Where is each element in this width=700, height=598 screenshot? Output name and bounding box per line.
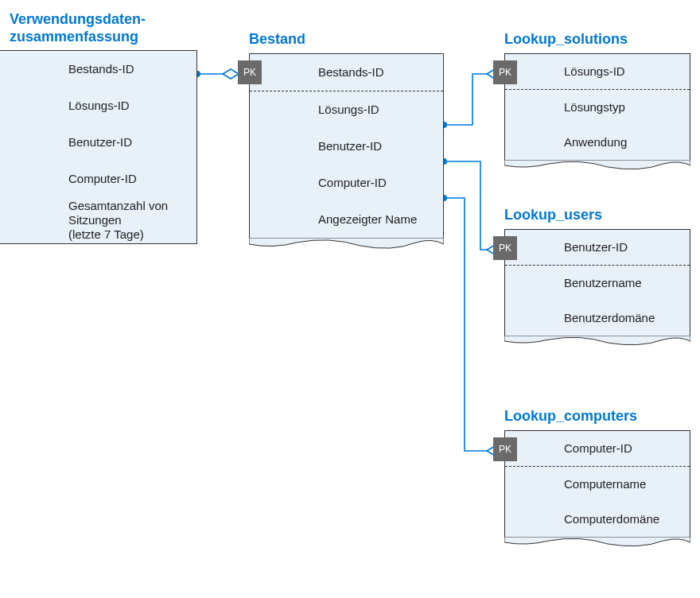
pk-badge: PK xyxy=(493,60,517,84)
entity-usage-title: Verwendungsdaten- zusammenfassung xyxy=(10,11,197,45)
entity-usage: Verwendungsdaten- zusammenfassung Bestan… xyxy=(0,11,197,244)
field-label: Computername xyxy=(564,477,646,491)
entity-usage-box: Bestands-ID Lösungs-ID Benutzer-ID Compu… xyxy=(0,50,197,244)
field-label: Benutzer-ID xyxy=(318,139,382,153)
field-label: Lösungs-ID xyxy=(68,99,130,113)
torn-edge xyxy=(504,537,690,548)
torn-edge xyxy=(249,238,444,250)
entity-users: Lookup_users PK Benutzer-ID Benutzername… xyxy=(504,207,690,347)
field-label: Computer-ID xyxy=(68,172,137,186)
torn-edge xyxy=(504,336,690,347)
entity-users-title: Lookup_users xyxy=(504,207,690,224)
field-label: Bestands-ID xyxy=(318,65,384,80)
field-label: Angezeigter Name xyxy=(318,212,417,227)
field-label: Anwendung xyxy=(564,135,627,150)
field-label: Benutzer-ID xyxy=(564,240,628,254)
torn-edge xyxy=(504,160,690,171)
field-label: Benutzerdomäne xyxy=(564,311,655,325)
pk-badge: PK xyxy=(493,437,517,461)
entity-computers-title: Lookup_computers xyxy=(504,408,690,425)
field-label: Benutzer-ID xyxy=(68,135,132,150)
entity-bestand-title: Bestand xyxy=(249,31,444,49)
field-label: Lösungs-ID xyxy=(318,103,379,117)
pk-badge: PK xyxy=(493,236,517,260)
field-label: Lösungstyp xyxy=(564,100,625,115)
field-label: Computer-ID xyxy=(564,441,632,456)
field-label: Bestands-ID xyxy=(68,62,134,76)
entity-computers-box: PK Computer-ID Computername Computerdomä… xyxy=(504,430,690,537)
field-label: Lösungs-ID xyxy=(564,64,625,79)
field-label: Computer-ID xyxy=(318,176,387,190)
field-label: Benutzername xyxy=(564,276,642,290)
entity-solutions-box: PK Lösungs-ID Lösungstyp Anwendung xyxy=(504,53,690,160)
entity-solutions-title: Lookup_solutions xyxy=(504,31,690,49)
entity-bestand: Bestand PK Bestands-ID Lösungs-ID Benutz… xyxy=(249,31,444,250)
field-label: Computerdomäne xyxy=(564,512,659,526)
entity-bestand-box: PK Bestands-ID Lösungs-ID Benutzer-ID Co… xyxy=(249,53,444,238)
field-label: Gesamtanzahl von Sitzungen (letzte 7 Tag… xyxy=(68,199,196,242)
entity-computers: Lookup_computers PK Computer-ID Computer… xyxy=(504,408,690,548)
pk-badge: PK xyxy=(238,60,262,84)
entity-solutions: Lookup_solutions PK Lösungs-ID Lösungsty… xyxy=(504,31,690,171)
entity-users-box: PK Benutzer-ID Benutzername Benutzerdomä… xyxy=(504,229,690,336)
